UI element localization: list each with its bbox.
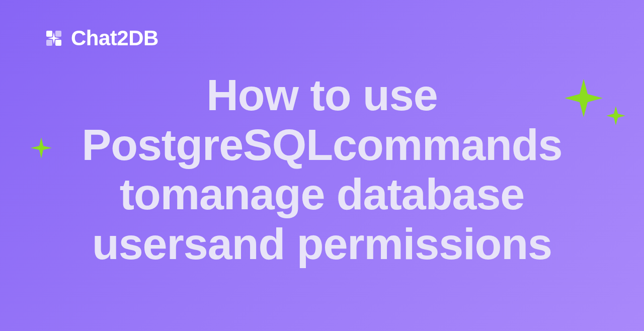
title-line-2: PostgreSQLcommands [15,120,629,170]
star-icon [606,106,626,128]
logo-text: Chat2DB [71,26,158,50]
title-line-1: How to use [15,70,629,120]
title-line-3: tomanage database [15,170,629,219]
svg-rect-2 [46,40,52,46]
title-line-4: usersand permissions [15,219,629,269]
logo-container: Chat2DB [43,26,158,50]
star-icon [30,137,52,161]
svg-rect-1 [55,31,61,37]
star-icon [564,78,604,120]
svg-rect-3 [55,40,61,46]
page-title: How to use PostgreSQLcommands tomanage d… [0,70,644,269]
sparkle-logo-icon [43,27,65,49]
svg-rect-0 [46,31,52,37]
